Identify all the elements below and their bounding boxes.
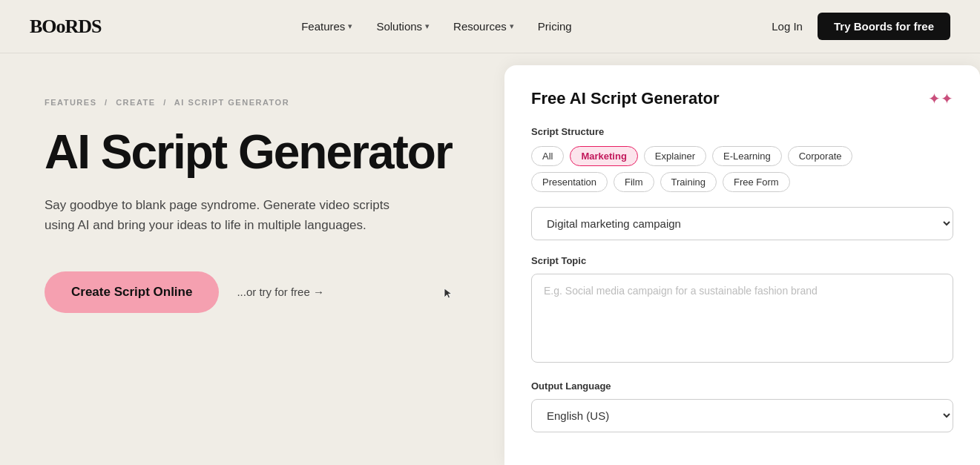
structure-dropdown[interactable]: Digital marketing campaign Brand awarene… [531, 207, 953, 240]
script-structure-label: Script Structure [531, 126, 953, 137]
tag-presentation[interactable]: Presentation [531, 172, 608, 192]
chevron-down-icon: ▾ [425, 22, 430, 31]
breadcrumb: FEATURES / CREATE / AI SCRIPT GENERATOR [45, 98, 460, 107]
tag-elearning[interactable]: E-Learning [712, 146, 782, 166]
page-title: AI Script Generator [45, 128, 460, 177]
breadcrumb-current: AI SCRIPT GENERATOR [174, 98, 289, 107]
left-panel: FEATURES / CREATE / AI SCRIPT GENERATOR … [0, 53, 504, 465]
output-language-dropdown[interactable]: English (US) English (UK) Spanish French… [531, 399, 953, 432]
try-free-link[interactable]: ...or try for free → [237, 286, 324, 298]
tag-explainer[interactable]: Explainer [644, 146, 706, 166]
create-script-button[interactable]: Create Script Online [45, 271, 219, 313]
nav-pricing[interactable]: Pricing [538, 20, 572, 33]
script-topic-input[interactable] [531, 274, 953, 363]
logo[interactable]: BOoRDS [30, 16, 102, 38]
nav-actions: Log In Try Boords for free [772, 13, 950, 40]
widget-title: Free AI Script Generator [531, 89, 719, 108]
output-language-label: Output Language [531, 380, 953, 392]
chevron-down-icon: ▾ [348, 22, 352, 31]
nav-solutions[interactable]: Solutions ▾ [376, 20, 430, 33]
login-link[interactable]: Log In [772, 20, 803, 33]
widget-header: Free AI Script Generator ✦✦ [531, 89, 953, 108]
breadcrumb-features[interactable]: FEATURES [45, 98, 96, 107]
cta-row: Create Script Online ...or try for free … [45, 271, 460, 313]
script-topic-label: Script Topic [531, 255, 953, 266]
tag-all[interactable]: All [531, 146, 564, 166]
tag-film[interactable]: Film [614, 172, 654, 192]
magic-wand-icon[interactable]: ✦✦ [928, 90, 953, 108]
nav-resources[interactable]: Resources ▾ [453, 20, 514, 33]
tag-corporate[interactable]: Corporate [788, 146, 853, 166]
breadcrumb-create[interactable]: CREATE [116, 98, 155, 107]
page-description: Say goodbye to blank page syndrome. Gene… [45, 195, 401, 235]
right-panel: Free AI Script Generator ✦✦ Script Struc… [504, 65, 980, 465]
nav-links: Features ▾ Solutions ▾ Resources ▾ Prici… [301, 20, 571, 33]
try-free-button[interactable]: Try Boords for free [818, 13, 950, 40]
tags-row-2: Presentation Film Training Free Form [531, 172, 953, 192]
tag-marketing[interactable]: Marketing [570, 146, 637, 166]
tags-row-1: All Marketing Explainer E-Learning Corpo… [531, 146, 953, 166]
chevron-down-icon: ▾ [510, 22, 514, 31]
tag-freeform[interactable]: Free Form [723, 172, 790, 192]
nav-features[interactable]: Features ▾ [301, 20, 352, 33]
tag-training[interactable]: Training [660, 172, 717, 192]
main-content: FEATURES / CREATE / AI SCRIPT GENERATOR … [0, 53, 980, 465]
navbar: BOoRDS Features ▾ Solutions ▾ Resources … [0, 0, 980, 53]
